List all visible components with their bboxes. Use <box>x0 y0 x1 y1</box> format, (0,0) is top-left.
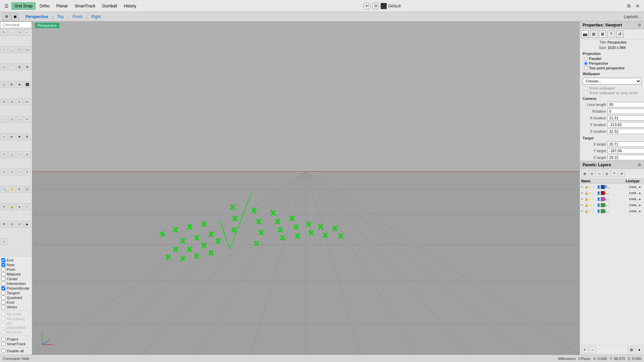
snap-center-checkbox[interactable] <box>1 277 5 281</box>
planar-button[interactable]: Planar <box>54 3 71 9</box>
contour-tool[interactable]: ≡ <box>24 151 31 158</box>
z-target-input[interactable] <box>607 155 644 160</box>
help-tab-button[interactable]: ? <box>607 31 615 38</box>
parallel-radio[interactable] <box>584 57 588 61</box>
layer-row[interactable]: 👁 🔒 ★ ○ 👤 D... Conti... ▸ <box>580 184 644 190</box>
trim-tool[interactable]: ✂ <box>24 116 31 123</box>
restore-icon[interactable]: ⧉ <box>625 2 633 10</box>
record-tool[interactable]: ▶ <box>24 221 31 228</box>
polygon-tool[interactable]: ⬡ <box>1 64 7 70</box>
redo-button[interactable]: ⊙ <box>372 2 379 10</box>
layer-lock-icon-1[interactable]: 🔒 <box>585 191 589 195</box>
remove-layer-button[interactable]: − <box>589 347 596 353</box>
layer-render-icon-2[interactable]: ○ <box>593 197 597 201</box>
layer-row[interactable]: 👁 🔒 ★ ○ 👤 L... Conti... ▸ <box>580 190 644 196</box>
layers-settings-button[interactable]: ⚙ <box>638 163 641 167</box>
tab-front[interactable]: Front <box>69 13 86 20</box>
layer-person-icon-4[interactable]: 👤 <box>597 209 601 213</box>
zoom-tool[interactable]: 🔍 <box>1 186 7 193</box>
freeform-tool[interactable]: ⌒ <box>8 64 15 70</box>
snap-vertex-checkbox[interactable] <box>1 305 5 309</box>
text-tool[interactable]: T <box>24 169 31 175</box>
layer-extra-icon-2[interactable]: ▸ <box>639 197 643 201</box>
layer-lock-icon-4[interactable]: 🔒 <box>585 209 589 213</box>
undo-button[interactable]: ↩ <box>363 2 371 10</box>
layer-render-icon-0[interactable]: ○ <box>593 185 597 189</box>
move-tool[interactable]: ✛ <box>1 99 7 105</box>
snap-smarttrack-checkbox[interactable] <box>1 342 5 346</box>
arc-tool[interactable]: ◡ <box>8 46 15 53</box>
x-target-input[interactable] <box>607 141 644 147</box>
extra-tool1[interactable]: ⊹ <box>1 238 7 245</box>
rotate-view-tool[interactable]: ⟳ <box>16 186 23 193</box>
solid-tool[interactable]: ■ <box>16 81 23 88</box>
select-tool[interactable]: ↖ <box>1 29 7 36</box>
layer-extra-icon-0[interactable]: ▸ <box>639 185 643 189</box>
twopoint-radio[interactable] <box>584 66 588 70</box>
scale-tool[interactable]: ⤡ <box>16 99 23 105</box>
layer-star-icon-2[interactable]: ★ <box>589 197 593 201</box>
tab-top[interactable]: Top <box>53 13 68 20</box>
tab-perspective[interactable]: Perspective <box>21 13 52 20</box>
snap-knot-checkbox[interactable] <box>1 300 5 304</box>
layers-filter-button[interactable]: ⊞ <box>581 170 588 177</box>
tab-right[interactable]: Right <box>87 13 105 20</box>
wallpaper-select[interactable]: Choose... <box>583 78 641 84</box>
pan-tool[interactable]: ✋ <box>8 186 15 193</box>
rectangle-tool[interactable]: ▭ <box>24 46 31 53</box>
snap-quadrant-checkbox[interactable] <box>1 296 5 300</box>
rotation-input[interactable] <box>607 109 644 114</box>
properties-settings-button[interactable]: ⚙ <box>638 23 641 27</box>
layer-visibility-icon-0[interactable]: 👁 <box>581 185 585 189</box>
layer-extra-icon-4[interactable]: ▸ <box>639 209 643 213</box>
snap-onmesh-checkbox[interactable] <box>1 330 5 334</box>
layer-visibility-icon-3[interactable]: 👁 <box>581 203 585 207</box>
layer-person-icon-0[interactable]: 👤 <box>597 185 601 189</box>
mirror-tool[interactable]: ⇔ <box>24 99 31 105</box>
layouts-button[interactable]: Layouts... <box>624 14 641 19</box>
layer-visibility-icon-4[interactable]: 👁 <box>581 209 585 213</box>
layer-render-icon-4[interactable]: ○ <box>593 209 597 213</box>
add-layer-button[interactable]: + <box>581 347 588 353</box>
layer-row[interactable]: 👁 🔒 ★ ○ 👤 L... Conti... ▸ <box>580 202 644 208</box>
array-tool[interactable]: ⋮ <box>1 116 7 123</box>
close-icon[interactable]: ✕ <box>634 2 641 10</box>
grid-view-button[interactable]: ⊞ <box>3 13 10 20</box>
show-wallpaper-checkbox[interactable] <box>584 86 588 90</box>
layers-view-button[interactable]: □ <box>596 170 603 177</box>
analyze-tool[interactable]: ⍋ <box>8 169 15 175</box>
viewport-canvas[interactable]: Perspective .gl{stroke:#777;stroke-width… <box>32 21 580 355</box>
layer-visibility-icon-1[interactable]: 👁 <box>581 191 585 195</box>
layer-render-icon-3[interactable]: ○ <box>593 203 597 207</box>
layer-color-swatch-4[interactable] <box>601 209 605 213</box>
layer-star-icon-4[interactable]: ★ <box>589 209 593 213</box>
layers-footer-settings[interactable]: ⚙ <box>628 347 635 353</box>
layer-lock-icon-0[interactable]: 🔒 <box>585 185 589 189</box>
layer-star-icon-3[interactable]: ★ <box>589 203 593 207</box>
extrude-tool[interactable]: ⬛ <box>24 81 31 88</box>
snap-point-checkbox[interactable] <box>1 267 5 272</box>
layer-color-swatch-1[interactable] <box>601 191 605 195</box>
smarttrack-button[interactable]: SmartTrack <box>72 3 98 9</box>
snap-project-checkbox[interactable] <box>1 337 5 341</box>
layer-color-swatch-3[interactable] <box>601 203 605 207</box>
project-tool[interactable]: ⊥ <box>8 151 15 158</box>
layer-visibility-icon-2[interactable]: 👁 <box>581 197 585 201</box>
surface-tool[interactable]: ◻ <box>1 81 7 88</box>
z-location-input[interactable] <box>607 129 644 134</box>
lens-length-input[interactable] <box>607 102 644 107</box>
grid-snap-button[interactable]: Grid Snap <box>11 2 36 10</box>
group-tool[interactable]: ⊞ <box>24 133 31 140</box>
zoom-all-tool[interactable]: ⊡ <box>24 186 31 193</box>
intersect-tool[interactable]: ∩ <box>16 151 23 158</box>
offset-tool[interactable]: ⊃ <box>1 151 7 158</box>
layer-extra-icon-1[interactable]: ▸ <box>639 191 643 195</box>
fillet-tool[interactable]: ╮ <box>16 116 23 123</box>
split-tool[interactable]: ⊸ <box>1 133 7 140</box>
layer-render-icon-1[interactable]: ○ <box>593 191 597 195</box>
command-input[interactable] <box>0 21 32 28</box>
display-tab-button[interactable]: 🖥 <box>599 31 606 38</box>
lock-tool[interactable]: 🔒 <box>8 203 15 210</box>
y-location-input[interactable] <box>607 122 644 127</box>
layers-copy-button[interactable]: ⎘ <box>589 170 595 177</box>
